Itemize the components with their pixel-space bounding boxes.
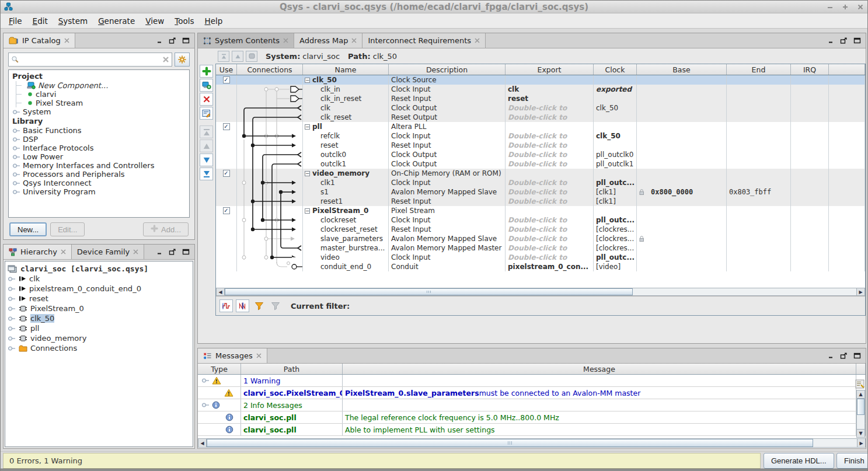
messages-corner-icon[interactable] <box>855 379 864 389</box>
collapse-toggle[interactable]: − <box>305 208 310 214</box>
table-row-clk-50[interactable]: ✓−clk_50Clock Source <box>216 75 865 85</box>
column-header-connections[interactable]: Connections <box>237 64 303 75</box>
table-row-pll[interactable]: ✓−pllAltera PLL <box>216 122 865 131</box>
column-header-name[interactable]: Name <box>303 64 389 75</box>
tree-item-qsys-interconnect[interactable]: Qsys Interconnect <box>11 179 189 187</box>
column-header-irq[interactable]: IRQ <box>791 64 829 75</box>
column-header-use[interactable]: Use <box>216 64 237 75</box>
panel-minimize-icon[interactable] <box>156 37 163 44</box>
clock-cell[interactable]: pll_outc... <box>594 215 637 225</box>
table-row-slave-parameters[interactable]: slave_parametersAvalon Memory Mapped Sla… <box>216 234 865 243</box>
tab-close-icon[interactable] <box>256 353 262 358</box>
tree-item-clarvi[interactable]: clarvi <box>11 90 189 99</box>
irq-cell[interactable] <box>791 141 829 150</box>
clock-cell[interactable]: clk_50 <box>594 131 637 141</box>
base-cell[interactable] <box>637 94 727 103</box>
column-header-base[interactable]: Base <box>637 64 727 75</box>
message-row-2[interactable]: 2 Info Messages <box>198 399 866 411</box>
expand-toggle-icon[interactable] <box>201 376 210 385</box>
window-minimize-icon[interactable] <box>827 4 834 11</box>
clock-cell[interactable]: pll_outc... <box>594 253 637 262</box>
table-row-PixelStream-0[interactable]: ✓−PixelStream_0Pixel Stream <box>216 206 865 215</box>
move-down-button[interactable] <box>200 153 213 166</box>
hierarchy-item-video_memory[interactable]: video_memory <box>8 333 193 343</box>
table-row-reset1[interactable]: reset1Reset InputDouble-click to[clk1] <box>216 197 865 206</box>
generate-hdl-button[interactable]: Generate HDL... <box>764 453 834 469</box>
menu-view[interactable]: View <box>141 15 169 27</box>
base-cell[interactable] <box>637 141 727 150</box>
irq-cell[interactable] <box>791 215 829 225</box>
hierarchy-item-pixelstream_0_conduit_end_0[interactable]: pixelstream_0_conduit_end_0 <box>8 284 193 294</box>
export-cell[interactable] <box>506 206 594 215</box>
export-cell[interactable]: Double-click to <box>506 131 594 141</box>
panel-maximize-icon[interactable] <box>182 249 190 255</box>
table-row-clk[interactable]: clkClock OutputDouble-click toclk_50 <box>216 103 865 113</box>
export-cell[interactable] <box>506 75 594 85</box>
table-row-outclk0[interactable]: outclk0Clock OutputDouble-click topll_ou… <box>216 150 865 159</box>
scroll-left-arrow[interactable]: ◀ <box>217 288 225 295</box>
new-button[interactable]: New... <box>9 222 47 236</box>
tree-item-university-program[interactable]: University Program <box>11 187 189 196</box>
export-cell[interactable]: Double-click to <box>506 141 594 150</box>
tree-item-system[interactable]: System <box>11 107 189 116</box>
tree-item-pixel-stream[interactable]: Pixel Stream <box>11 99 189 107</box>
clock-cell[interactable]: [clk1] <box>594 187 637 197</box>
scroll-right-arrow[interactable]: ▶ <box>856 288 864 295</box>
hierarchy-root[interactable]: clarvi_soc [clarvi_soc.qsys] <box>8 264 193 274</box>
table-row-s1[interactable]: s1Avalon Memory Mapped SlaveDouble-click… <box>216 187 865 197</box>
table-row-clk-reset[interactable]: clk_resetReset OutputDouble-click to <box>216 113 865 122</box>
base-cell[interactable] <box>637 206 727 215</box>
move-up-button[interactable] <box>200 139 213 152</box>
irq-cell[interactable] <box>791 75 829 85</box>
clock-cell[interactable] <box>594 113 637 122</box>
expand-toggle-icon[interactable] <box>201 401 210 409</box>
base-cell[interactable] <box>637 253 727 262</box>
base-cell[interactable] <box>637 75 727 85</box>
finish-button[interactable]: Finish <box>836 453 868 469</box>
table-row-reset[interactable]: resetReset InputDouble-click to <box>216 141 865 150</box>
hierarchy-item-clk[interactable]: clk <box>8 274 193 284</box>
clock-cell[interactable]: clk_50 <box>594 103 637 113</box>
export-cell[interactable]: Double-click to <box>506 159 594 169</box>
export-cell[interactable] <box>506 169 594 178</box>
go-up-button[interactable] <box>232 51 243 62</box>
clear-search-icon[interactable] <box>162 56 169 63</box>
irq-cell[interactable] <box>791 94 829 103</box>
export-cell[interactable]: Double-click to <box>506 243 594 253</box>
irq-cell[interactable] <box>791 206 829 215</box>
scroll-left-arrow[interactable]: ◀ <box>198 439 207 447</box>
tab-close-icon[interactable] <box>351 38 357 43</box>
export-cell[interactable] <box>506 122 594 131</box>
parent-module-button[interactable] <box>246 51 257 62</box>
tree-item-low-power[interactable]: Low Power <box>11 152 189 161</box>
search-options-button[interactable] <box>175 53 190 67</box>
irq-cell[interactable] <box>791 122 829 131</box>
window-maximize-icon[interactable] <box>842 4 849 11</box>
add-component-button[interactable] <box>200 65 213 78</box>
clock-cell[interactable] <box>594 75 637 85</box>
column-header-clock[interactable]: Clock <box>594 64 637 75</box>
table-row-clockreset-reset[interactable]: clockreset_resetReset InputDouble-click … <box>216 225 865 234</box>
edit-component-button[interactable] <box>200 107 213 120</box>
remove-component-button[interactable] <box>200 93 213 106</box>
clock-cell[interactable]: pll_outc... <box>594 178 637 187</box>
tab-hierarchy[interactable]: Hierarchy <box>4 245 72 259</box>
messages-horizontal-scrollbar[interactable]: ◀ ▶ <box>198 438 866 448</box>
tab-close-icon[interactable] <box>283 38 288 43</box>
panel-float-icon[interactable] <box>169 249 176 256</box>
edit-button[interactable]: Edit... <box>50 222 85 236</box>
lock-icon[interactable] <box>639 189 645 196</box>
use-checkbox[interactable]: ✓ <box>223 207 230 214</box>
message-row-3[interactable]: clarvi_soc.pllThe legal reference clock … <box>198 411 866 424</box>
clock-cell[interactable]: [clk1] <box>594 197 637 206</box>
panel-minimize-icon[interactable] <box>828 353 834 359</box>
table-row-clk-in-reset[interactable]: clk_in_resetReset Inputreset <box>216 94 865 103</box>
irq-cell[interactable] <box>791 85 829 94</box>
base-cell[interactable] <box>637 262 727 271</box>
irq-cell[interactable] <box>791 150 829 159</box>
table-row-clk1[interactable]: clk1Clock InputDouble-click topll_outc..… <box>216 178 865 187</box>
menu-generate[interactable]: Generate <box>93 15 140 27</box>
export-cell[interactable]: Double-click to <box>506 197 594 206</box>
menu-help[interactable]: Help <box>200 15 228 27</box>
clock-cell[interactable] <box>594 141 637 150</box>
